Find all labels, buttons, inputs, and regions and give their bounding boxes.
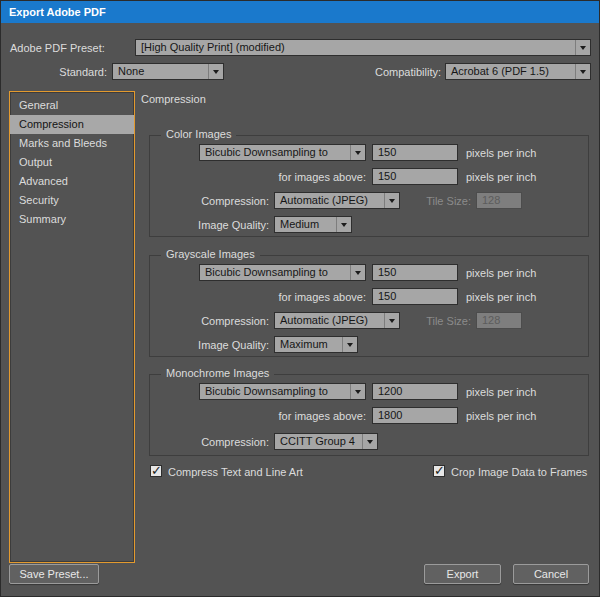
sidebar-item-compression[interactable]: Compression (10, 115, 134, 134)
sidebar-item-security[interactable]: Security (10, 191, 134, 210)
sidebar-item-general[interactable]: General (10, 96, 134, 115)
unit-label: pixels per inch (466, 145, 536, 162)
color-tile-size-value: 128 (482, 194, 500, 206)
preset-label: Adobe PDF Preset: (10, 40, 105, 57)
chevron-down-icon (342, 337, 357, 352)
grayscale-images-group: Grayscale Images Bicubic Downsampling to… (149, 255, 589, 357)
gray-resolution-field[interactable]: 150 (372, 264, 458, 281)
color-resolution-value: 150 (378, 146, 396, 158)
title-bar[interactable]: Export Adobe PDF (1, 1, 599, 23)
settings-category-list: General Compression Marks and Bleeds Out… (9, 91, 135, 563)
gray-resolution-value: 150 (378, 266, 396, 278)
group-title: Monochrome Images (161, 367, 274, 379)
gray-downsampling-dropdown[interactable]: Bicubic Downsampling to (199, 264, 366, 281)
compatibility-dropdown[interactable]: Acrobat 6 (PDF 1.5) (445, 63, 591, 80)
crop-image-data-label: Crop Image Data to Frames (451, 464, 587, 481)
page-title: Compression (141, 93, 206, 105)
compress-text-label: Compress Text and Line Art (168, 464, 303, 481)
chevron-down-icon (384, 313, 399, 328)
chevron-down-icon (575, 64, 590, 79)
for-images-above-label: for images above: (210, 169, 366, 186)
gray-above-value: 150 (378, 290, 396, 302)
chevron-down-icon (362, 434, 377, 449)
for-images-above-label: for images above: (210, 408, 366, 425)
mono-downsampling-value: Bicubic Downsampling to (205, 385, 328, 397)
color-downsampling-value: Bicubic Downsampling to (205, 146, 328, 158)
compress-text-checkbox[interactable] (150, 465, 162, 477)
mono-resolution-field[interactable]: 1200 (372, 383, 458, 400)
chevron-down-icon (208, 64, 223, 79)
gray-image-quality-value: Maximum (280, 338, 328, 350)
chevron-down-icon (350, 384, 365, 399)
image-quality-label: Image Quality: (150, 217, 269, 234)
for-images-above-label: for images above: (210, 289, 366, 306)
chevron-down-icon (575, 40, 590, 55)
color-resolution-field[interactable]: 150 (372, 144, 458, 161)
sidebar-item-output[interactable]: Output (10, 153, 134, 172)
color-image-quality-dropdown[interactable]: Medium (274, 216, 352, 233)
mono-downsampling-dropdown[interactable]: Bicubic Downsampling to (199, 383, 366, 400)
window-title: Export Adobe PDF (9, 6, 106, 18)
sidebar-item-advanced[interactable]: Advanced (10, 172, 134, 191)
tile-size-label: Tile Size: (418, 193, 471, 210)
color-compression-dropdown[interactable]: Automatic (JPEG) (274, 192, 400, 209)
gray-tile-size-value: 128 (482, 314, 500, 326)
sidebar-item-summary[interactable]: Summary (10, 210, 134, 229)
export-adobe-pdf-dialog: Export Adobe PDF Adobe PDF Preset: [High… (0, 0, 600, 597)
compatibility-label: Compatibility: (353, 64, 441, 81)
gray-compression-dropdown[interactable]: Automatic (JPEG) (274, 312, 400, 329)
unit-label: pixels per inch (466, 384, 536, 401)
color-downsampling-dropdown[interactable]: Bicubic Downsampling to (199, 144, 366, 161)
chevron-down-icon (350, 265, 365, 280)
group-title: Color Images (161, 128, 236, 140)
gray-above-field[interactable]: 150 (372, 288, 458, 305)
color-compression-value: Automatic (JPEG) (280, 194, 368, 206)
mono-above-value: 1800 (378, 409, 402, 421)
compatibility-value: Acrobat 6 (PDF 1.5) (451, 65, 549, 77)
mono-compression-dropdown[interactable]: CCITT Group 4 (274, 433, 378, 450)
chevron-down-icon (336, 217, 351, 232)
color-image-quality-value: Medium (280, 218, 319, 230)
chevron-down-icon (384, 193, 399, 208)
compression-label: Compression: (150, 434, 269, 451)
standard-value: None (118, 65, 144, 77)
unit-label: pixels per inch (466, 408, 536, 425)
mono-compression-value: CCITT Group 4 (280, 435, 355, 447)
color-above-field[interactable]: 150 (372, 168, 458, 185)
color-tile-size-field: 128 (476, 192, 522, 209)
mono-resolution-value: 1200 (378, 385, 402, 397)
crop-image-data-checkbox[interactable] (433, 465, 445, 477)
export-button[interactable]: Export (424, 564, 501, 584)
unit-label: pixels per inch (466, 289, 536, 306)
tile-size-label: Tile Size: (418, 313, 471, 330)
compression-label: Compression: (150, 193, 269, 210)
group-title: Grayscale Images (161, 248, 260, 260)
gray-image-quality-dropdown[interactable]: Maximum (274, 336, 358, 353)
monochrome-images-group: Monochrome Images Bicubic Downsampling t… (149, 374, 589, 456)
preset-dropdown[interactable]: [High Quality Print] (modified) (135, 39, 591, 56)
gray-tile-size-field: 128 (476, 312, 522, 329)
chevron-down-icon (350, 145, 365, 160)
color-above-value: 150 (378, 170, 396, 182)
mono-above-field[interactable]: 1800 (372, 407, 458, 424)
cancel-button[interactable]: Cancel (513, 564, 589, 584)
color-images-group: Color Images Bicubic Downsampling to 150… (149, 135, 589, 237)
compression-label: Compression: (150, 313, 269, 330)
gray-compression-value: Automatic (JPEG) (280, 314, 368, 326)
save-preset-button[interactable]: Save Preset... (9, 564, 99, 584)
gray-downsampling-value: Bicubic Downsampling to (205, 266, 328, 278)
unit-label: pixels per inch (466, 265, 536, 282)
preset-value: [High Quality Print] (modified) (141, 41, 285, 53)
sidebar-item-marks-and-bleeds[interactable]: Marks and Bleeds (10, 134, 134, 153)
standard-dropdown[interactable]: None (112, 63, 224, 80)
image-quality-label: Image Quality: (150, 337, 269, 354)
standard-label: Standard: (9, 64, 107, 81)
unit-label: pixels per inch (466, 169, 536, 186)
